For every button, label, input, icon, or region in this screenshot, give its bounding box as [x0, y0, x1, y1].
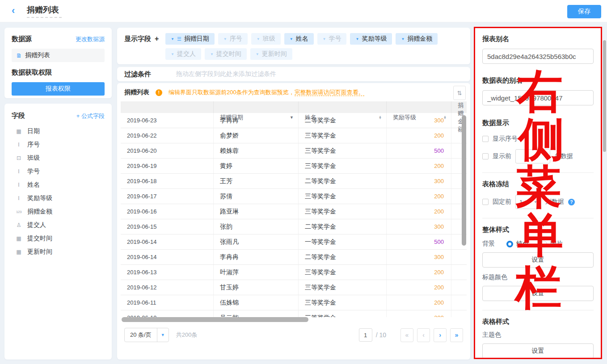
- page-size-value: 20 条/页: [125, 328, 157, 342]
- datasource-item[interactable]: 🗎 捐赠列表: [12, 49, 105, 62]
- filter-dropzone-placeholder: 拖动左侧字段到此处来添加过滤条件: [176, 70, 276, 78]
- cell-date: 2019-06-14: [121, 234, 214, 249]
- chevron-down-icon: ▼: [290, 37, 293, 41]
- title-color-set-button[interactable]: 设置: [482, 286, 594, 301]
- sort-toggle-icon[interactable]: ⇅: [453, 86, 466, 100]
- add-formula-field-link[interactable]: + 公式字段: [76, 112, 105, 120]
- field-item[interactable]: ⊡ 班级: [12, 151, 105, 165]
- show-first-count-input[interactable]: [515, 149, 550, 163]
- cell-date: 2019-06-17: [121, 189, 214, 204]
- cell-date: 2019-06-19: [121, 159, 214, 173]
- filter-conditions-bar[interactable]: 过滤条件 拖动左侧字段到此处来添加过滤条件: [117, 67, 470, 81]
- table-alias-input[interactable]: [482, 90, 594, 105]
- chip-label: 姓名: [296, 35, 308, 43]
- field-item[interactable]: I 奖励等级: [12, 192, 105, 205]
- freeze-count-select[interactable]: 1 ▼: [515, 195, 541, 209]
- add-display-field-icon[interactable]: +: [155, 35, 159, 42]
- show-first-pre-label: 显示前: [493, 152, 511, 160]
- theme-color-set-button[interactable]: 设置: [482, 343, 594, 359]
- chip-label: 班级: [263, 35, 275, 43]
- table-header: 捐赠日期 ▼ ▲▼ 姓名 ▼ ▲▼ 奖励等级 ▼ ▲▼ 捐赠金额 ▼ ▲▼: [121, 101, 467, 113]
- field-item[interactable]: 123 捐赠金额: [12, 205, 105, 218]
- view-page-link[interactable]: 完整数据请访问页面查看。: [295, 89, 364, 96]
- filter-title: 过滤条件: [124, 70, 151, 79]
- chip-label: 序号: [230, 35, 242, 43]
- save-button[interactable]: 保存: [567, 5, 601, 18]
- cell-date: 2019-06-23: [121, 113, 214, 128]
- bg-solid-option[interactable]: 纯色: [506, 240, 529, 248]
- field-type-icon: ⊡: [14, 155, 23, 161]
- table-horizontal-scrollbar[interactable]: [122, 317, 308, 322]
- cell-amount: 300: [387, 250, 451, 264]
- chip-label: 捐赠金额: [407, 35, 432, 43]
- radio-selected-icon[interactable]: [506, 241, 513, 247]
- show-first-checkbox[interactable]: [482, 153, 489, 159]
- table-row: 2019-06-17 苏倩 三等奖学金 200: [121, 189, 467, 204]
- chevron-down-icon: ▼: [223, 37, 227, 41]
- display-field-chip[interactable]: ▼ ☰ 姓名: [284, 33, 314, 45]
- page-scrollbar[interactable]: [603, 40, 606, 152]
- freeze-checkbox[interactable]: [482, 199, 489, 205]
- show-index-label: 显示序号: [493, 135, 518, 143]
- pagination-bar: 20 条/页 ▼ 共200条 / 10 « ‹ › »: [124, 327, 463, 343]
- display-field-chip[interactable]: ▼ ☰ 班级: [251, 33, 281, 45]
- display-field-chip[interactable]: ▼ ☰ 序号: [218, 33, 248, 45]
- display-field-chip[interactable]: ▼ ☰ 奖励等级: [350, 33, 392, 45]
- chip-label: 捐赠日期: [184, 35, 209, 43]
- title-color-label: 标题颜色: [482, 273, 594, 281]
- theme-color-label: 主题色: [482, 331, 594, 339]
- table-vertical-scrollbar[interactable]: [462, 115, 466, 246]
- chevron-down-icon: ▼: [401, 37, 405, 41]
- cell-name: 伍姝锦: [214, 295, 299, 310]
- radio-unselected-icon[interactable]: [540, 241, 547, 247]
- cell-level: 三等奖学金: [299, 143, 387, 158]
- display-field-chip[interactable]: ▼ ☰ 捐赠金额: [396, 33, 438, 45]
- show-first-post-label: 条数据: [554, 152, 573, 160]
- cell-extra: [451, 310, 467, 317]
- display-field-chip[interactable]: ▼ ☰ 提交人: [165, 48, 201, 60]
- field-item[interactable]: ▦ 日期: [12, 125, 105, 138]
- bg-image-option[interactable]: 图片: [540, 240, 563, 248]
- show-index-checkbox[interactable]: [482, 136, 489, 142]
- last-page-icon[interactable]: »: [450, 328, 463, 342]
- display-field-chip[interactable]: ▼ ☰ 捐赠日期: [165, 33, 215, 45]
- display-field-chip[interactable]: ▼ ☰ 提交时间: [205, 48, 247, 60]
- cell-name: 苏倩: [214, 189, 299, 204]
- bg-solid-label: 纯色: [516, 240, 529, 248]
- first-page-icon[interactable]: «: [400, 328, 413, 342]
- prev-page-icon[interactable]: ‹: [417, 328, 430, 342]
- freeze-pre-label: 固定前: [493, 198, 511, 206]
- display-field-chip[interactable]: ▼ ☰ 学号: [317, 33, 347, 45]
- freeze-title: 表格冻结: [482, 180, 594, 188]
- field-item[interactable]: I 学号: [12, 165, 105, 178]
- cell-amount: 500: [387, 143, 451, 158]
- field-item[interactable]: ♙ 提交人: [12, 218, 105, 232]
- field-item[interactable]: I 序号: [12, 138, 105, 151]
- field-label: 班级: [27, 154, 40, 162]
- table-row: 2019-06-10 吴云能 三等奖学金 200: [121, 310, 467, 317]
- table-panel: 捐赠列表 ! 编辑界面只取数据源前200条作为查询数据预览，完整数据请访问页面查…: [117, 83, 470, 360]
- field-item[interactable]: I 姓名: [12, 178, 105, 192]
- question-icon[interactable]: ?: [568, 199, 575, 205]
- datasource-title: 数据源: [12, 35, 32, 43]
- field-label: 日期: [27, 127, 40, 135]
- next-page-icon[interactable]: ›: [434, 328, 447, 342]
- change-datasource-link[interactable]: 更改数据源: [76, 35, 105, 43]
- back-icon[interactable]: ‹: [12, 5, 15, 17]
- background-set-button[interactable]: 设置: [482, 252, 594, 268]
- display-fields-title: 显示字段: [124, 35, 151, 42]
- display-field-chip[interactable]: ▼ ☰ 更新时间: [250, 48, 292, 60]
- page-title[interactable]: 捐赠列表: [27, 4, 62, 15]
- report-title-wrap[interactable]: 捐赠列表: [27, 4, 62, 18]
- fields-title: 字段: [12, 112, 25, 120]
- field-type-icon: ▦: [14, 249, 23, 255]
- page-size-select[interactable]: 20 条/页 ▼: [124, 328, 169, 342]
- report-alias-input[interactable]: [482, 49, 594, 64]
- page-number-input[interactable]: [359, 328, 372, 342]
- cell-level: 三等奖学金: [299, 280, 387, 295]
- cell-amount: 200: [387, 310, 451, 317]
- field-item[interactable]: ▦ 提交时间: [12, 232, 105, 245]
- report-permission-button[interactable]: 报表权限: [12, 82, 105, 96]
- field-item[interactable]: ▦ 更新时间: [12, 245, 105, 259]
- field-type-icon: I: [14, 168, 23, 175]
